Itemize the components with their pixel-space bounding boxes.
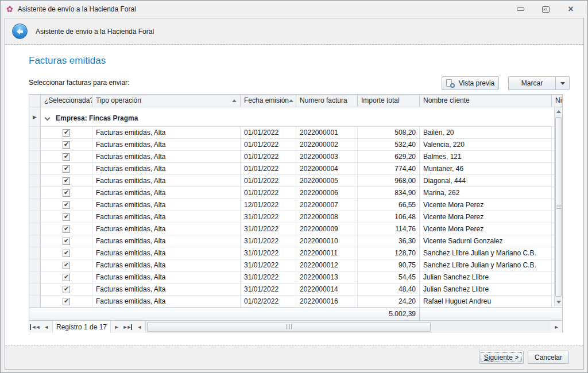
importe-total-cell[interactable]: 968,00 (358, 175, 420, 187)
cancelar-button[interactable]: Cancelar (528, 351, 569, 364)
fecha-emision-cell[interactable]: 01/01/2022 (241, 163, 296, 174)
selected-checkbox[interactable]: ✔ (63, 189, 70, 197)
selected-cell[interactable]: ✔ (41, 271, 92, 283)
scroll-up-button[interactable] (555, 107, 562, 116)
fecha-emision-cell[interactable]: 31/01/2022 (241, 247, 296, 259)
selected-checkbox[interactable]: ✔ (63, 286, 70, 293)
column-header-importe-total[interactable]: Importe total (358, 95, 420, 107)
vertical-scrollbar-thumb[interactable] (555, 117, 562, 297)
tipo-operacion-cell[interactable]: Facturas emitidas, Alta (92, 199, 241, 211)
tipo-operacion-cell[interactable]: Facturas emitidas, Alta (92, 211, 241, 223)
column-header-fecha-emision[interactable]: Fecha emisión (241, 95, 296, 107)
selected-checkbox[interactable]: ✔ (63, 238, 70, 245)
selected-checkbox[interactable]: ✔ (63, 274, 70, 281)
selected-checkbox[interactable]: ✔ (63, 201, 70, 209)
column-header-tipo-operacion[interactable]: Tipo operación (92, 95, 241, 107)
table-row[interactable]: ✔ Facturas emitidas, Alta 01/01/2022 202… (29, 151, 562, 163)
back-button[interactable] (12, 24, 28, 39)
selected-cell[interactable]: ✔ (41, 127, 92, 138)
table-row[interactable]: ✔ Facturas emitidas, Alta 01/02/2022 202… (29, 296, 562, 308)
nombre-cliente-cell[interactable]: Bailén, 20 (420, 127, 552, 138)
selected-cell[interactable]: ✔ (41, 247, 92, 259)
numero-factura-cell[interactable]: 2022000009 (296, 223, 358, 235)
selected-checkbox[interactable]: ✔ (63, 177, 70, 185)
numero-factura-cell[interactable]: 2022000007 (296, 199, 358, 211)
fecha-emision-cell[interactable]: 01/01/2022 (241, 139, 296, 150)
group-row-body[interactable]: Empresa: Fincas Pragma (41, 107, 562, 126)
fecha-emision-cell[interactable]: 31/01/2022 (241, 235, 296, 247)
selected-checkbox[interactable]: ✔ (63, 141, 70, 149)
nombre-cliente-cell[interactable]: Valencia, 220 (420, 139, 552, 150)
selected-cell[interactable]: ✔ (41, 163, 92, 174)
fecha-emision-cell[interactable]: 01/02/2022 (241, 296, 296, 307)
selected-checkbox[interactable]: ✔ (63, 165, 70, 173)
vista-previa-button[interactable]: Vista previa (442, 76, 499, 90)
fecha-emision-cell[interactable]: 31/01/2022 (241, 223, 296, 235)
selected-cell[interactable]: ✔ (41, 151, 92, 162)
selected-checkbox[interactable]: ✔ (63, 153, 70, 161)
collapse-chevron-icon[interactable] (45, 115, 51, 121)
table-row[interactable]: ✔ Facturas emitidas, Alta 01/01/2022 202… (29, 175, 562, 187)
tipo-operacion-cell[interactable]: Facturas emitidas, Alta (92, 139, 241, 150)
nombre-cliente-cell[interactable]: Sanchez Llibre Julian y Mariano C.B. (420, 259, 552, 271)
last-record-button[interactable]: ►► (122, 321, 134, 333)
fecha-emision-cell[interactable]: 31/01/2022 (241, 211, 296, 223)
selected-cell[interactable]: ✔ (41, 296, 92, 307)
importe-total-cell[interactable]: 54,45 (358, 271, 420, 283)
fecha-emision-cell[interactable]: 01/01/2022 (241, 151, 296, 162)
selected-checkbox[interactable]: ✔ (63, 226, 70, 233)
importe-total-cell[interactable]: 508,20 (358, 127, 420, 138)
siguiente-button[interactable]: Siguiente > (479, 351, 524, 364)
table-row[interactable]: ✔ Facturas emitidas, Alta 31/01/2022 202… (29, 271, 562, 283)
tipo-operacion-cell[interactable]: Facturas emitidas, Alta (92, 223, 241, 235)
maximize-button[interactable] (539, 4, 552, 14)
nombre-cliente-cell[interactable]: Vicente Sadurni Gonzalez (420, 235, 552, 247)
tipo-operacion-cell[interactable]: Facturas emitidas, Alta (92, 247, 241, 259)
importe-total-cell[interactable]: 629,20 (358, 151, 420, 162)
first-record-button[interactable]: ◄◄ (29, 321, 41, 333)
tipo-operacion-cell[interactable]: Facturas emitidas, Alta (92, 235, 241, 247)
scroll-right-button[interactable]: ► (551, 321, 562, 333)
fecha-emision-cell[interactable]: 31/01/2022 (241, 271, 296, 283)
nombre-cliente-cell[interactable]: Sanchez Llibre Julian y Mariano C.B. (420, 247, 552, 259)
nombre-cliente-cell[interactable]: Vicente Mora Perez (420, 199, 552, 211)
fecha-emision-cell[interactable]: 01/01/2022 (241, 175, 296, 187)
table-row[interactable]: ✔ Facturas emitidas, Alta 01/01/2022 202… (29, 139, 562, 151)
nombre-cliente-cell[interactable]: Julian Sanchez Llibre (420, 271, 552, 283)
nombre-cliente-cell[interactable]: Julian Sanchez Llibre (420, 283, 552, 295)
table-row[interactable]: ✔ Facturas emitidas, Alta 31/01/2022 202… (29, 283, 562, 296)
importe-total-cell[interactable]: 834,90 (358, 187, 420, 199)
column-header-nombre-cliente[interactable]: Nombre cliente (420, 95, 552, 107)
previous-record-button[interactable]: ◄ (41, 321, 52, 333)
fecha-emision-cell[interactable]: 12/01/2022 (241, 199, 296, 211)
tipo-operacion-cell[interactable]: Facturas emitidas, Alta (92, 259, 241, 271)
importe-total-cell[interactable]: 532,40 (358, 139, 420, 150)
selected-cell[interactable]: ✔ (41, 175, 92, 187)
numero-factura-cell[interactable]: 2022000005 (296, 175, 358, 187)
importe-total-cell[interactable]: 106,48 (358, 211, 420, 223)
horizontal-scrollbar[interactable] (145, 321, 551, 333)
importe-total-cell[interactable]: 114,76 (358, 223, 420, 235)
selected-checkbox[interactable]: ✔ (63, 213, 70, 221)
scroll-left-button[interactable]: ◄ (134, 321, 145, 333)
table-row[interactable]: ✔ Facturas emitidas, Alta 01/01/2022 202… (29, 187, 562, 199)
selected-cell[interactable]: ✔ (41, 187, 92, 199)
fecha-emision-cell[interactable]: 31/01/2022 (241, 259, 296, 271)
tipo-operacion-cell[interactable]: Facturas emitidas, Alta (92, 163, 241, 174)
fecha-emision-cell[interactable]: 01/01/2022 (241, 187, 296, 199)
numero-factura-cell[interactable]: 2022000016 (296, 296, 358, 307)
tipo-operacion-cell[interactable]: Facturas emitidas, Alta (92, 283, 241, 295)
table-row[interactable]: ✔ Facturas emitidas, Alta 01/01/2022 202… (29, 127, 562, 139)
column-header-nif-cliente[interactable]: Nif C (552, 95, 562, 107)
column-header-seleccionada[interactable]: ¿Seleccionada? (41, 95, 92, 107)
tipo-operacion-cell[interactable]: Facturas emitidas, Alta (92, 151, 241, 162)
table-row[interactable]: ✔ Facturas emitidas, Alta 31/01/2022 202… (29, 223, 562, 235)
numero-factura-cell[interactable]: 2022000012 (296, 259, 358, 271)
column-header-numero-factura[interactable]: Numero factura (296, 95, 358, 107)
horizontal-scrollbar-thumb[interactable] (147, 322, 431, 332)
nombre-cliente-cell[interactable]: Vicente Mora Perez (420, 223, 552, 235)
numero-factura-cell[interactable]: 2022000004 (296, 163, 358, 174)
tipo-operacion-cell[interactable]: Facturas emitidas, Alta (92, 187, 241, 199)
nombre-cliente-cell[interactable]: Muntaner, 46 (420, 163, 552, 174)
numero-factura-cell[interactable]: 2022000001 (296, 127, 358, 138)
